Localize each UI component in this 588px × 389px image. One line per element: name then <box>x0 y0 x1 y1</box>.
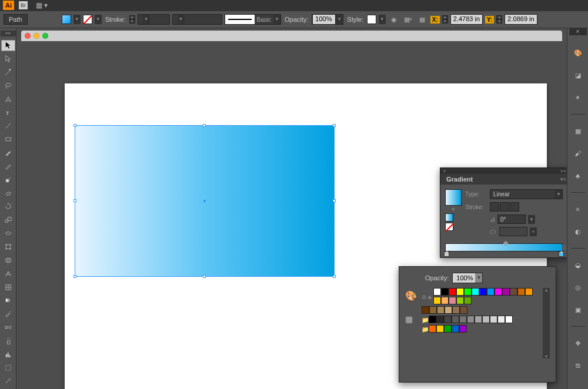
color-swatch[interactable] <box>479 288 487 296</box>
color-swatch[interactable] <box>436 325 444 333</box>
type-tool[interactable]: T <box>1 107 15 118</box>
color-swatch[interactable] <box>460 306 467 314</box>
bridge-icon[interactable]: Br <box>19 1 28 9</box>
swatch-grid-icon[interactable]: ▦ <box>405 314 417 324</box>
y-value[interactable]: 2.0869 in <box>505 14 537 25</box>
gradient-type-dropdown[interactable]: Linear ▼ <box>490 189 563 199</box>
color-swatch[interactable] <box>436 316 444 323</box>
symbols-panel-icon[interactable]: ♣ <box>571 169 585 183</box>
eraser-tool[interactable] <box>1 187 15 199</box>
lasso-tool[interactable] <box>1 80 15 91</box>
color-swatch[interactable] <box>456 288 464 296</box>
gradient-tool[interactable] <box>1 295 15 306</box>
color-swatch[interactable] <box>452 306 460 314</box>
stroke-weight-dd[interactable]: ▼ <box>138 14 170 25</box>
line-tool[interactable] <box>1 120 15 132</box>
y-spinner[interactable]: ▲▼ <box>496 15 502 24</box>
gradient-preview-swatch[interactable] <box>445 189 462 206</box>
none-swatch-icon[interactable]: ⊘ <box>422 294 426 300</box>
zoom-window-button[interactable] <box>42 33 48 39</box>
selected-rectangle[interactable] <box>75 125 335 277</box>
delete-stop-icon[interactable]: 🗑 <box>561 243 567 250</box>
folder-icon[interactable]: 📁 <box>422 326 427 333</box>
symbol-sprayer-tool[interactable] <box>1 336 15 347</box>
stroke-dropdown-arrow[interactable]: ▼ <box>95 15 102 24</box>
transparency-panel-icon[interactable]: ◒ <box>571 258 585 272</box>
style-dropdown-arrow[interactable]: ▼ <box>379 15 386 24</box>
color-swatch[interactable] <box>464 297 472 304</box>
appearance-panel-icon[interactable]: ◎ <box>571 280 585 294</box>
color-swatch[interactable] <box>422 306 429 314</box>
color-swatch[interactable] <box>444 316 452 323</box>
free-transform-tool[interactable] <box>1 242 15 253</box>
gradient-ramp[interactable] <box>445 243 563 251</box>
arrange-documents-icon[interactable]: ▦ ▾ <box>32 1 51 9</box>
color-swatch[interactable] <box>456 297 464 304</box>
aspect-ratio-input[interactable] <box>499 227 527 236</box>
rotate-tool[interactable] <box>1 201 15 212</box>
selection-tool[interactable] <box>1 40 15 51</box>
color-swatch[interactable] <box>441 288 449 296</box>
panel-collapse-icon[interactable]: «« <box>559 168 567 174</box>
slice-tool[interactable] <box>1 375 15 387</box>
blob-brush-tool[interactable] <box>1 174 15 185</box>
gradient-angle-input[interactable] <box>497 214 526 224</box>
mesh-tool[interactable] <box>1 281 15 293</box>
swatch-opacity-dropdown[interactable]: 100% ▼ <box>452 273 483 283</box>
color-swatch[interactable] <box>467 316 475 323</box>
color-swatch[interactable] <box>497 316 505 323</box>
resize-handle[interactable] <box>203 124 206 127</box>
resize-handle[interactable] <box>74 275 76 278</box>
style-swatch[interactable] <box>367 15 376 24</box>
resize-handle[interactable] <box>333 199 336 202</box>
color-swatch[interactable] <box>452 316 459 323</box>
swatch-scrollbar[interactable] <box>543 288 550 358</box>
color-swatch[interactable] <box>449 288 456 296</box>
tools-collapse-icon[interactable]: «« <box>1 31 16 36</box>
kuler-icon[interactable]: ✴ <box>571 90 585 105</box>
blend-tool[interactable] <box>1 322 15 333</box>
magic-wand-tool[interactable] <box>1 67 15 78</box>
color-swatch[interactable] <box>433 297 441 304</box>
color-swatch[interactable] <box>517 288 525 296</box>
color-swatch[interactable] <box>495 288 502 296</box>
registration-icon[interactable]: ◈ <box>427 294 432 300</box>
color-swatch[interactable] <box>525 288 533 296</box>
perspective-grid-tool[interactable] <box>1 268 15 279</box>
fill-swatch[interactable] <box>62 15 71 24</box>
color-mixer-icon[interactable]: 🎨 <box>405 290 417 301</box>
stroke-weight-spinner[interactable]: ▲▼ <box>129 15 135 24</box>
color-swatch[interactable] <box>490 316 497 323</box>
color-swatch[interactable] <box>472 288 479 296</box>
color-guide-icon[interactable]: ◪ <box>571 68 585 82</box>
pen-tool[interactable] <box>1 93 15 105</box>
gradient-stroke-toggle[interactable] <box>445 223 453 231</box>
color-swatch[interactable] <box>433 288 441 296</box>
artboard-tool[interactable] <box>1 362 15 373</box>
gradient-stop-right[interactable] <box>559 251 564 257</box>
color-swatch[interactable] <box>444 325 452 333</box>
stroke-mode-2[interactable] <box>500 202 509 212</box>
pencil-tool[interactable] <box>1 161 15 172</box>
color-swatch[interactable] <box>459 316 467 323</box>
graphic-styles-icon[interactable]: ▣ <box>571 303 585 317</box>
column-graph-tool[interactable] <box>1 348 15 360</box>
brush-dd[interactable]: Basic ▼ <box>225 14 281 25</box>
fill-dropdown-arrow[interactable]: ▼ <box>74 15 81 24</box>
color-swatch[interactable] <box>429 325 436 333</box>
gradient-stop-left[interactable] <box>444 251 449 257</box>
swatches-panel-icon[interactable]: ▦ <box>571 124 585 138</box>
direct-selection-tool[interactable] <box>1 53 15 65</box>
resize-handle[interactable] <box>333 124 336 127</box>
gradient-midpoint[interactable] <box>503 241 508 246</box>
color-swatch[interactable] <box>429 316 436 323</box>
gradient-fill-toggle[interactable] <box>445 213 453 222</box>
resize-handle[interactable] <box>74 124 76 127</box>
panel-menu-icon[interactable]: ▾≡ <box>559 176 567 182</box>
panel-close-icon[interactable]: × <box>440 168 449 174</box>
close-window-button[interactable] <box>25 33 31 39</box>
angle-dropdown-arrow[interactable]: ▼ <box>528 215 535 224</box>
color-swatch[interactable] <box>510 288 517 296</box>
recolor-artwork-icon[interactable]: ◉ <box>388 14 400 25</box>
stroke-swatch[interactable] <box>83 15 92 24</box>
